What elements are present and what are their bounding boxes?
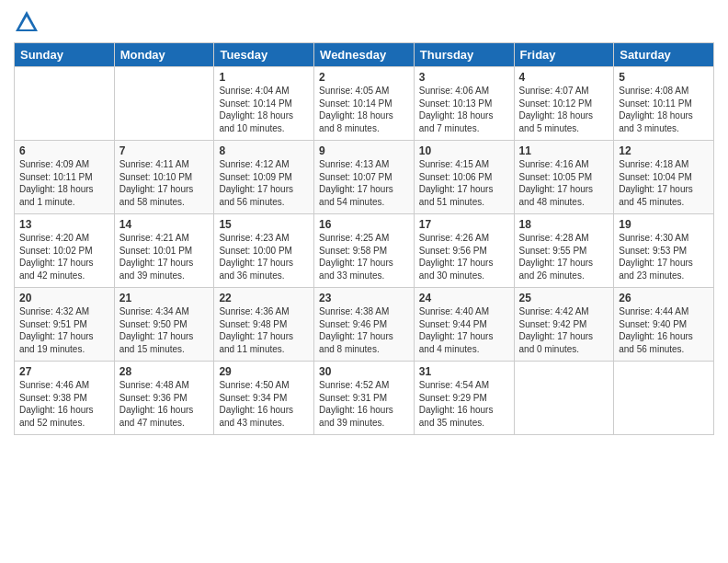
calendar-cell: 21Sunrise: 4:34 AM Sunset: 9:50 PM Dayli…	[114, 288, 214, 362]
day-info: Sunrise: 4:11 AM Sunset: 10:10 PM Daylig…	[119, 158, 210, 208]
day-info: Sunrise: 4:28 AM Sunset: 9:55 PM Dayligh…	[519, 232, 609, 282]
calendar-week-row: 6Sunrise: 4:09 AM Sunset: 10:11 PM Dayli…	[15, 141, 714, 214]
calendar-cell: 14Sunrise: 4:21 AM Sunset: 10:01 PM Dayl…	[114, 214, 214, 288]
day-number: 18	[519, 218, 609, 231]
day-number: 17	[419, 218, 509, 231]
day-info: Sunrise: 4:07 AM Sunset: 10:12 PM Daylig…	[519, 85, 609, 134]
day-info: Sunrise: 4:08 AM Sunset: 10:11 PM Daylig…	[619, 85, 709, 134]
day-info: Sunrise: 4:32 AM Sunset: 9:51 PM Dayligh…	[19, 305, 109, 355]
page: SundayMondayTuesdayWednesdayThursdayFrid…	[0, 0, 728, 563]
day-info: Sunrise: 4:36 AM Sunset: 9:48 PM Dayligh…	[219, 305, 309, 355]
day-number: 5	[619, 71, 709, 84]
calendar-cell: 6Sunrise: 4:09 AM Sunset: 10:11 PM Dayli…	[15, 141, 115, 214]
day-info: Sunrise: 4:12 AM Sunset: 10:09 PM Daylig…	[219, 158, 309, 208]
calendar-cell	[514, 362, 614, 435]
calendar-week-row: 27Sunrise: 4:46 AM Sunset: 9:38 PM Dayli…	[15, 362, 714, 435]
calendar-cell: 17Sunrise: 4:26 AM Sunset: 9:56 PM Dayli…	[414, 214, 514, 288]
calendar-cell: 20Sunrise: 4:32 AM Sunset: 9:51 PM Dayli…	[15, 288, 115, 362]
day-number: 28	[119, 365, 210, 378]
calendar-header-monday: Monday	[114, 43, 214, 67]
day-number: 6	[19, 144, 109, 157]
calendar-cell	[15, 67, 115, 141]
day-info: Sunrise: 4:52 AM Sunset: 9:31 PM Dayligh…	[319, 379, 409, 429]
day-info: Sunrise: 4:09 AM Sunset: 10:11 PM Daylig…	[19, 158, 109, 208]
calendar-cell: 7Sunrise: 4:11 AM Sunset: 10:10 PM Dayli…	[114, 141, 214, 214]
day-number: 3	[419, 71, 509, 84]
day-info: Sunrise: 4:05 AM Sunset: 10:14 PM Daylig…	[319, 85, 409, 134]
calendar-cell: 12Sunrise: 4:18 AM Sunset: 10:04 PM Dayl…	[614, 141, 714, 214]
calendar-cell: 5Sunrise: 4:08 AM Sunset: 10:11 PM Dayli…	[614, 67, 714, 141]
day-number: 23	[319, 292, 409, 304]
calendar-cell: 2Sunrise: 4:05 AM Sunset: 10:14 PM Dayli…	[314, 67, 415, 141]
day-number: 31	[419, 365, 509, 378]
day-info: Sunrise: 4:50 AM Sunset: 9:34 PM Dayligh…	[219, 379, 309, 429]
calendar-cell: 1Sunrise: 4:04 AM Sunset: 10:14 PM Dayli…	[214, 67, 314, 141]
day-info: Sunrise: 4:38 AM Sunset: 9:46 PM Dayligh…	[319, 305, 409, 355]
day-info: Sunrise: 4:46 AM Sunset: 9:38 PM Dayligh…	[19, 379, 109, 429]
calendar-header-saturday: Saturday	[614, 43, 714, 67]
day-number: 12	[619, 144, 709, 157]
calendar-header-wednesday: Wednesday	[314, 43, 415, 67]
calendar-cell: 30Sunrise: 4:52 AM Sunset: 9:31 PM Dayli…	[314, 362, 415, 435]
calendar-cell: 13Sunrise: 4:20 AM Sunset: 10:02 PM Dayl…	[15, 214, 115, 288]
day-info: Sunrise: 4:06 AM Sunset: 10:13 PM Daylig…	[419, 85, 509, 134]
day-info: Sunrise: 4:23 AM Sunset: 10:00 PM Daylig…	[219, 232, 309, 282]
calendar-cell: 28Sunrise: 4:48 AM Sunset: 9:36 PM Dayli…	[114, 362, 214, 435]
day-number: 25	[519, 292, 609, 304]
calendar-cell: 31Sunrise: 4:54 AM Sunset: 9:29 PM Dayli…	[414, 362, 514, 435]
day-number: 21	[119, 292, 210, 304]
calendar-header-sunday: Sunday	[15, 43, 115, 67]
calendar-header-friday: Friday	[514, 43, 614, 67]
calendar-cell: 29Sunrise: 4:50 AM Sunset: 9:34 PM Dayli…	[214, 362, 314, 435]
day-info: Sunrise: 4:15 AM Sunset: 10:06 PM Daylig…	[419, 158, 509, 208]
calendar-table: SundayMondayTuesdayWednesdayThursdayFrid…	[14, 42, 714, 435]
header	[14, 9, 714, 35]
day-info: Sunrise: 4:40 AM Sunset: 9:44 PM Dayligh…	[419, 305, 509, 355]
day-info: Sunrise: 4:13 AM Sunset: 10:07 PM Daylig…	[319, 158, 409, 208]
day-number: 4	[519, 71, 609, 84]
day-info: Sunrise: 4:26 AM Sunset: 9:56 PM Dayligh…	[419, 232, 509, 282]
day-info: Sunrise: 4:34 AM Sunset: 9:50 PM Dayligh…	[119, 305, 210, 355]
day-info: Sunrise: 4:20 AM Sunset: 10:02 PM Daylig…	[19, 232, 109, 282]
calendar-week-row: 13Sunrise: 4:20 AM Sunset: 10:02 PM Dayl…	[15, 214, 714, 288]
day-info: Sunrise: 4:54 AM Sunset: 9:29 PM Dayligh…	[419, 379, 509, 429]
calendar-cell: 8Sunrise: 4:12 AM Sunset: 10:09 PM Dayli…	[214, 141, 314, 214]
calendar-cell: 4Sunrise: 4:07 AM Sunset: 10:12 PM Dayli…	[514, 67, 614, 141]
day-number: 2	[319, 71, 409, 84]
logo	[14, 9, 43, 35]
calendar-cell: 9Sunrise: 4:13 AM Sunset: 10:07 PM Dayli…	[314, 141, 415, 214]
calendar-week-row: 20Sunrise: 4:32 AM Sunset: 9:51 PM Dayli…	[15, 288, 714, 362]
day-number: 7	[119, 144, 210, 157]
day-number: 8	[219, 144, 309, 157]
day-number: 22	[219, 292, 309, 304]
calendar-cell: 24Sunrise: 4:40 AM Sunset: 9:44 PM Dayli…	[414, 288, 514, 362]
day-info: Sunrise: 4:25 AM Sunset: 9:58 PM Dayligh…	[319, 232, 409, 282]
calendar-cell: 26Sunrise: 4:44 AM Sunset: 9:40 PM Dayli…	[614, 288, 714, 362]
day-number: 9	[319, 144, 409, 157]
calendar-cell	[614, 362, 714, 435]
calendar-cell: 22Sunrise: 4:36 AM Sunset: 9:48 PM Dayli…	[214, 288, 314, 362]
day-number: 16	[319, 218, 409, 231]
day-number: 24	[419, 292, 509, 304]
day-number: 15	[219, 218, 309, 231]
calendar-cell: 25Sunrise: 4:42 AM Sunset: 9:42 PM Dayli…	[514, 288, 614, 362]
day-number: 20	[19, 292, 109, 304]
calendar-cell: 27Sunrise: 4:46 AM Sunset: 9:38 PM Dayli…	[15, 362, 115, 435]
calendar-cell: 15Sunrise: 4:23 AM Sunset: 10:00 PM Dayl…	[214, 214, 314, 288]
day-info: Sunrise: 4:18 AM Sunset: 10:04 PM Daylig…	[619, 158, 709, 208]
calendar-cell: 3Sunrise: 4:06 AM Sunset: 10:13 PM Dayli…	[414, 67, 514, 141]
day-info: Sunrise: 4:44 AM Sunset: 9:40 PM Dayligh…	[619, 305, 709, 355]
day-info: Sunrise: 4:16 AM Sunset: 10:05 PM Daylig…	[519, 158, 609, 208]
day-number: 26	[619, 292, 709, 304]
day-number: 27	[19, 365, 109, 378]
calendar-cell: 23Sunrise: 4:38 AM Sunset: 9:46 PM Dayli…	[314, 288, 415, 362]
day-info: Sunrise: 4:42 AM Sunset: 9:42 PM Dayligh…	[519, 305, 609, 355]
calendar-header-tuesday: Tuesday	[214, 43, 314, 67]
day-number: 13	[19, 218, 109, 231]
day-info: Sunrise: 4:48 AM Sunset: 9:36 PM Dayligh…	[119, 379, 210, 429]
calendar-cell: 16Sunrise: 4:25 AM Sunset: 9:58 PM Dayli…	[314, 214, 415, 288]
calendar-cell: 19Sunrise: 4:30 AM Sunset: 9:53 PM Dayli…	[614, 214, 714, 288]
day-info: Sunrise: 4:21 AM Sunset: 10:01 PM Daylig…	[119, 232, 210, 282]
day-info: Sunrise: 4:04 AM Sunset: 10:14 PM Daylig…	[219, 85, 309, 134]
calendar-header-thursday: Thursday	[414, 43, 514, 67]
